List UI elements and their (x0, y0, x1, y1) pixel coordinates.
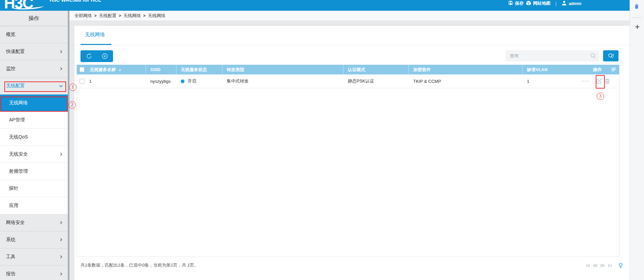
browser-side-rail: + (630, 0, 644, 280)
topbar-separator: | (555, 1, 556, 6)
sidebar-item-ap-management[interactable]: AP管理 (0, 112, 68, 129)
select-all-checkbox-cell (77, 65, 87, 74)
chevron-down-icon (59, 84, 63, 88)
table-toolbar (80, 50, 113, 62)
sort-ascending-icon[interactable]: ▲ (118, 68, 121, 71)
user-label: admin (569, 1, 581, 6)
sidebar-nav: 操作 概览 快速配置 监控 无线配置 无线网络 AP管理 无线QoS 无线安全 … (0, 11, 68, 280)
sidebar-item-system[interactable]: 系统 (0, 231, 68, 248)
breadcrumb-item[interactable]: 无线网络 (123, 13, 141, 19)
save-label: 保存 (515, 0, 524, 6)
user-menu[interactable]: admin (561, 0, 581, 7)
last-page-icon[interactable] (608, 264, 612, 268)
column-header-cipher-suite[interactable]: 加密套件 (409, 65, 523, 74)
cell-default-vlan: 1 (523, 79, 579, 84)
column-header-ssid[interactable]: SSID (146, 65, 176, 74)
select-all-checkbox[interactable] (79, 67, 85, 72)
sitemap-button[interactable]: 网站地图 (526, 0, 550, 7)
sidebar-item-wireless-security[interactable]: 无线安全 (0, 146, 68, 163)
column-header-default-vlan[interactable]: 缺省VLAN (523, 65, 579, 74)
sidebar-item-application[interactable]: 应用 (0, 197, 68, 214)
row-checkbox-cell (77, 79, 87, 84)
sidebar-item-rf-management[interactable]: 射频管理 (0, 163, 68, 180)
breadcrumb-separator: > (94, 13, 97, 18)
topbar: H3C H3C WAC380 for HCL 保存 网站地图 | admin (0, 0, 630, 11)
breadcrumb-item[interactable]: 无线网络 (148, 13, 165, 19)
sidebar-item-overview[interactable]: 概览 (0, 26, 68, 43)
row-checkbox[interactable] (79, 79, 85, 84)
table-header-row: 无线服务名称 ▲ SSID 无线服务状态 转发类型 认证模式 加密套件 缺省VL… (77, 65, 619, 74)
table-row: 1 nyszyybgs 开启 集中式转发 静态PSK认证 TKIP & CCMP… (77, 74, 619, 88)
sidebar-item-wireless-qos[interactable]: 无线QoS (0, 129, 68, 146)
sidebar-item-network-security[interactable]: 网络安全 (0, 214, 68, 231)
stat-selected: 0 (142, 263, 144, 268)
pagination (586, 263, 623, 268)
advanced-search-button[interactable] (603, 50, 619, 61)
sidebar-item-report[interactable]: 报告 (0, 266, 68, 280)
chevron-right-icon (59, 221, 63, 225)
chevron-right-icon (59, 152, 63, 156)
main-area: 全部网络 > 无线配置 > 无线网络 > 无线网络 无线网络 (69, 11, 630, 280)
sidebar-header: 操作 (0, 11, 68, 26)
collections-tag-icon[interactable] (633, 3, 641, 13)
sidebar-item-monitor[interactable]: 监控 (0, 60, 68, 77)
new-item-plus-icon[interactable]: + (634, 22, 641, 31)
cell-forward-type: 集中式转发 (222, 78, 343, 84)
stat-current-page: 1 (171, 263, 173, 268)
cell-service-name[interactable]: 1 (87, 79, 146, 84)
save-button[interactable]: 保存 (508, 0, 524, 6)
tab-wireless-network[interactable]: 无线网络 (85, 32, 105, 38)
breadcrumb-separator: > (119, 13, 121, 18)
status-enabled-dot-icon (181, 79, 184, 83)
sidebar-item-quick-config[interactable]: 快速配置 (0, 43, 68, 60)
column-header-auth-mode[interactable]: 认证模式 (343, 65, 409, 74)
column-picker-icon[interactable] (611, 67, 616, 73)
column-header-service-status[interactable]: 无线服务状态 (176, 65, 222, 74)
chevron-right-icon (59, 238, 63, 242)
breadcrumb-separator: > (143, 13, 146, 18)
breadcrumb: 全部网络 > 无线配置 > 无线网络 > 无线网络 (69, 11, 630, 20)
column-header-forward-type[interactable]: 转发类型 (222, 65, 343, 74)
chevron-right-icon (59, 67, 63, 71)
prev-page-icon[interactable] (593, 264, 597, 268)
cell-cipher-suite: TKIP & CCMP (409, 79, 523, 84)
cell-operations: ··· (579, 78, 619, 84)
breadcrumb-item[interactable]: 无线配置 (99, 13, 116, 19)
cell-ssid: nyszyybgs (146, 79, 176, 84)
sitemap-icon (526, 0, 531, 7)
chevron-right-icon (59, 272, 63, 276)
rail-divider (633, 17, 642, 18)
delete-icon[interactable] (605, 78, 610, 84)
content-card: 无线网络 无线服务名称 ▲ (74, 26, 630, 280)
table-stats: 共1条数据，匹配出1条，已选中0条，当前为第1页，共 1页。 (80, 262, 199, 268)
user-icon (561, 0, 567, 7)
column-header-operations: 操作 (579, 65, 619, 74)
sitemap-label: 网站地图 (533, 0, 550, 6)
more-actions-icon[interactable]: ··· (582, 79, 589, 83)
topbar-actions: 保存 网站地图 | admin (508, 0, 582, 7)
cell-service-status: 开启 (176, 78, 222, 84)
sidebar-item-wireless-config[interactable]: 无线配置 (0, 77, 68, 95)
tip-lightbulb-icon[interactable] (619, 263, 623, 268)
add-button[interactable] (101, 53, 108, 60)
search-input[interactable] (506, 50, 599, 61)
stat-total-pages: 1 (187, 263, 190, 268)
edit-icon[interactable] (596, 78, 602, 84)
wireless-service-table: 无线服务名称 ▲ SSID 无线服务状态 转发类型 认证模式 加密套件 缺省VL… (76, 65, 620, 257)
chevron-right-icon (59, 255, 63, 259)
chevron-right-icon (59, 50, 63, 54)
sidebar-item-tools[interactable]: 工具 (0, 248, 68, 266)
search-icon (590, 53, 596, 60)
column-header-service-name[interactable]: 无线服务名称 ▲ (87, 65, 146, 74)
sidebar-item-probe[interactable]: 探针 (0, 180, 68, 197)
next-page-icon[interactable] (600, 264, 605, 268)
breadcrumb-item[interactable]: 全部网络 (74, 13, 92, 19)
tab-bar-divider (74, 45, 630, 45)
refresh-button[interactable] (86, 53, 93, 60)
save-icon (508, 0, 513, 6)
sidebar-item-wireless-network[interactable]: 无线网络 (0, 95, 68, 112)
cell-auth-mode: 静态PSK认证 (343, 78, 409, 84)
first-page-icon[interactable] (586, 264, 590, 268)
device-title: H3C WAC380 for HCL (50, 0, 101, 3)
